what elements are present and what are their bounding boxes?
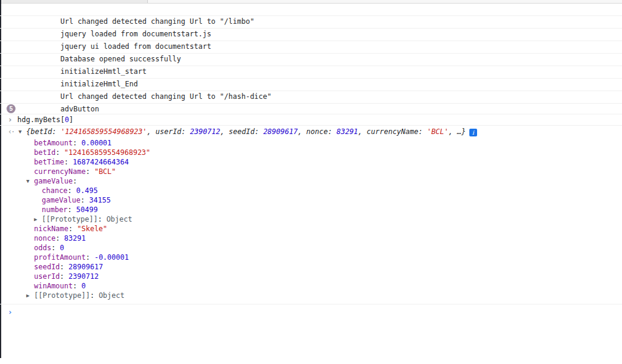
object-property-row: ▶[[Prototype]]: Object — [0, 291, 622, 300]
property-name: profitAmount — [34, 253, 86, 262]
object-property-row: nickName: "Skele" — [0, 224, 622, 234]
property-value: "Skele" — [77, 225, 107, 233]
property-colon: : — [98, 215, 106, 223]
property-colon: : — [67, 206, 76, 214]
console-message-text: jquery ui loaded from documentstart — [60, 42, 211, 51]
property-value: "124165859554968923" — [64, 148, 151, 157]
property-value: 28909617 — [69, 263, 103, 271]
object-preview-row: ‹·▼{betId: '124165859554968923', userId:… — [0, 126, 622, 138]
object-property-row: gameValue: 34155 — [0, 195, 622, 205]
object-property-row: ▼gameValue: — [0, 176, 622, 186]
object-property-row: winAmount: 0 — [0, 281, 622, 291]
preview-segment: 28909617 — [263, 127, 298, 136]
object-property-row: chance: 0.495 — [0, 186, 622, 195]
console-message-text: Url changed detected changing Url to "/l… — [60, 17, 254, 26]
preview-segment: , currencyName: — [358, 127, 427, 136]
console-command-text[interactable]: hdg.myBets[0] — [17, 116, 73, 124]
preview-segment: 'BCL' — [427, 127, 448, 136]
object-property-row: seedId: 28909617 — [0, 262, 622, 272]
property-value: 34155 — [89, 196, 110, 204]
expand-toggle-icon[interactable]: ▶ — [34, 214, 42, 224]
console-message-text: Url changed detected changing Url to "/h… — [60, 92, 271, 101]
property-name: odds — [34, 244, 51, 252]
property-value: 83291 — [64, 234, 86, 242]
property-colon: : — [60, 263, 68, 271]
console-message-text: Database opened successfully — [60, 55, 181, 63]
expand-toggle-icon[interactable]: ▼ — [26, 176, 34, 186]
console-prompt[interactable]: › — [0, 304, 622, 318]
console-input-echo-row: ›hdg.myBets[0] — [0, 114, 622, 126]
property-name: betTime — [34, 158, 64, 166]
property-name: nonce — [34, 234, 55, 242]
property-colon: : — [60, 272, 68, 281]
expand-toggle-icon[interactable]: ▶ — [26, 291, 34, 300]
property-name: gameValue — [42, 196, 81, 204]
property-value: Object — [98, 291, 124, 300]
property-colon: : — [73, 282, 81, 290]
console-message-text: initializeHmtl_start — [60, 67, 147, 76]
object-property-row: currencyName: "BCL" — [0, 167, 622, 176]
property-name: betId — [34, 148, 55, 157]
property-name: [[Prototype]] — [34, 291, 90, 300]
preview-segment: , …} — [448, 127, 466, 136]
group-count-badge[interactable]: 5 — [7, 104, 16, 113]
property-value: 0.00001 — [81, 139, 112, 147]
property-name: winAmount — [34, 282, 73, 290]
preview-segment: 83291 — [336, 127, 358, 136]
property-name: chance — [42, 186, 67, 195]
devtools-console-panel: Url changed detected changing Url to "/l… — [0, 0, 622, 364]
object-property-row: betAmount: 0.00001 — [0, 138, 622, 148]
toolbar-left-pane-remnant — [0, 0, 148, 3]
property-name: nickName — [34, 225, 69, 233]
property-colon: : — [69, 225, 77, 233]
property-value: 0.495 — [76, 186, 98, 195]
property-colon: : — [67, 186, 76, 195]
property-colon: : — [55, 148, 64, 157]
property-colon: : — [64, 158, 73, 166]
property-colon: : — [51, 244, 60, 252]
property-colon: : — [73, 177, 81, 185]
console-log: Url changed detected changing Url to "/l… — [0, 4, 622, 318]
preview-segment: , userId: — [147, 127, 190, 136]
object-property-row: betTime: 1687424664364 — [0, 157, 622, 167]
property-colon: : — [86, 167, 94, 176]
console-messages: Url changed detected changing Url to "/l… — [0, 4, 622, 104]
preview-segment: , nonce: — [298, 127, 336, 136]
console-message-text: jquery loaded from documentstart.js — [60, 30, 211, 38]
info-icon[interactable]: i — [469, 129, 477, 136]
property-colon: : — [73, 139, 81, 147]
property-name: userId — [34, 272, 60, 281]
object-property-row: profitAmount: -0.00001 — [0, 253, 622, 262]
object-property-row: nonce: 83291 — [0, 234, 622, 243]
property-value: "BCL" — [94, 167, 116, 176]
console-input-chevron-icon: › — [8, 114, 17, 125]
property-value: 0 — [60, 244, 64, 252]
preview-segment: '124165859554968923' — [61, 127, 147, 136]
object-property-row: userId: 2390712 — [0, 272, 622, 281]
property-value: Object — [106, 215, 132, 223]
property-name: number — [42, 206, 67, 214]
expand-toggle-icon[interactable]: ▼ — [18, 126, 26, 138]
property-value: 50499 — [76, 206, 98, 214]
property-name: currencyName — [34, 167, 86, 176]
property-name: seedId — [34, 263, 60, 271]
property-value: -0.00001 — [94, 253, 129, 262]
property-name: betAmount — [34, 139, 73, 147]
property-name: gameValue — [34, 177, 73, 185]
object-preview[interactable]: {betId: '124165859554968923', userId: 23… — [26, 127, 466, 136]
console-message-text: initializeHmtl_End — [60, 80, 138, 88]
property-value: 0 — [81, 282, 85, 290]
return-value-icon: ‹· — [8, 126, 18, 138]
property-colon: : — [86, 253, 94, 262]
property-value: 2390712 — [69, 272, 99, 281]
console-prompt-chevron-icon: › — [8, 307, 13, 316]
preview-segment: , seedId: — [220, 127, 263, 136]
console-message-row: Url changed detected changing Url to "/l… — [0, 4, 622, 16]
object-property-row: odds: 0 — [0, 243, 622, 253]
console-message-text: advButton — [60, 105, 99, 113]
console-result: ‹·▼{betId: '124165859554968923', userId:… — [0, 126, 622, 304]
property-name: [[Prototype]] — [42, 215, 98, 223]
preview-segment: 2390712 — [190, 127, 221, 136]
object-property-row: number: 50499 — [0, 205, 622, 214]
object-property-row: ▶[[Prototype]]: Object — [0, 214, 622, 224]
